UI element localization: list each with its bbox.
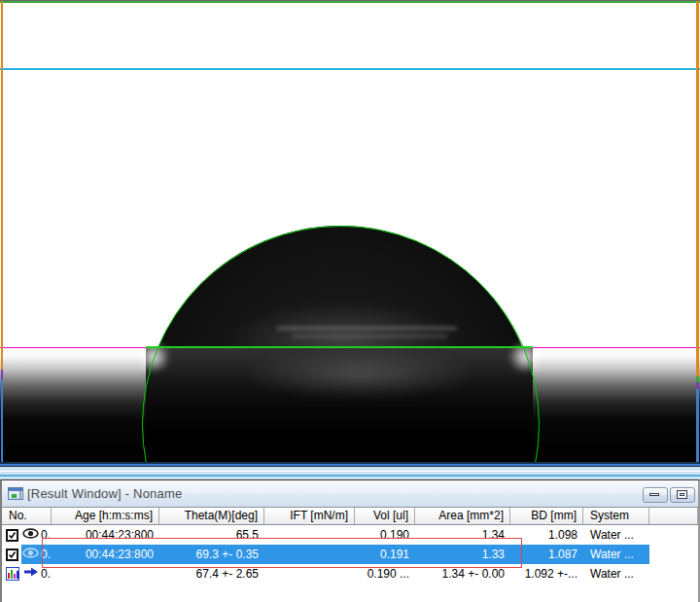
column-header-extra[interactable] xyxy=(649,508,698,524)
column-header-no[interactable]: No. xyxy=(2,508,52,524)
bd-cell: 1.092 +-... xyxy=(510,564,583,584)
window-icon-scrollbar xyxy=(19,491,21,499)
left-border-purple-segment xyxy=(1,370,3,379)
needle-level-line[interactable] xyxy=(0,68,700,70)
result-window-icon xyxy=(8,487,23,500)
maximize-icon xyxy=(677,490,687,499)
row-number: 0... xyxy=(41,525,52,545)
extra-cell xyxy=(649,564,698,584)
theta-cell: 69.3 +- 0.35 xyxy=(159,545,264,564)
window-title: [Result Window] - Noname xyxy=(27,486,182,501)
area-cell: 1.34 xyxy=(415,525,510,545)
statistics-chart-icon[interactable] xyxy=(6,567,19,581)
check-icon xyxy=(8,530,17,541)
view-border-right xyxy=(696,389,699,463)
age-cell: 00:44:23:800 xyxy=(52,545,159,564)
arrow-right-icon xyxy=(23,564,39,584)
eye-icon[interactable] xyxy=(22,545,39,564)
table-row[interactable]: 0... 00:44:23:800 65.5 0.190 1.34 1.098 … xyxy=(2,525,698,545)
row-id-cell: 0... xyxy=(2,545,52,564)
vol-cell: 0.190 xyxy=(355,525,415,545)
age-cell: 00:44:23:800 xyxy=(52,525,159,545)
roi-right-line[interactable] xyxy=(696,1,699,376)
column-header-bd[interactable]: BD [mm] xyxy=(510,508,583,524)
right-border-purple-segment xyxy=(696,382,699,389)
window-icon-content xyxy=(12,494,17,498)
view-border-left xyxy=(1,379,3,463)
ift-cell xyxy=(264,525,355,545)
extra-cell xyxy=(649,545,698,564)
age-cell xyxy=(52,564,159,584)
minimize-button[interactable] xyxy=(643,487,668,503)
ift-cell xyxy=(264,564,355,584)
theta-cell: 67.4 +- 2.65 xyxy=(159,564,264,584)
bd-cell: 1.098 xyxy=(510,525,583,545)
result-window: [Result Window] - Noname No. Age [h:m:s:… xyxy=(0,479,700,602)
strip-accent-line xyxy=(0,475,700,477)
bd-cell: 1.087 xyxy=(510,545,583,564)
eye-icon[interactable] xyxy=(22,525,39,545)
roi-top-line[interactable] xyxy=(0,1,700,3)
result-window-titlebar[interactable]: [Result Window] - Noname xyxy=(2,480,698,507)
column-header-area[interactable]: Area [mm*2] xyxy=(415,508,510,524)
result-table: No. Age [h:m:s:ms] Theta(M)[deg] IFT [mN… xyxy=(2,507,698,584)
row-number: 0... xyxy=(41,545,52,564)
chart-bar xyxy=(8,573,10,579)
roi-left-line[interactable] xyxy=(1,1,3,370)
system-cell: Water ... xyxy=(583,525,649,545)
column-header-system[interactable]: System xyxy=(583,508,649,524)
area-cell: 1.33 xyxy=(415,545,510,564)
app-screen: [Result Window] - Noname No. Age [h:m:s:… xyxy=(0,0,700,602)
chart-bar xyxy=(17,571,18,579)
row-number: 0... xyxy=(41,564,52,584)
column-header-ift[interactable]: IFT [mN/m] xyxy=(264,508,355,524)
column-header-theta[interactable]: Theta(M)[deg] xyxy=(159,508,264,524)
table-row-selected[interactable]: 0... 00:44:23:800 69.3 +- 0.35 0.191 1.3… xyxy=(2,545,698,564)
ift-cell xyxy=(264,545,355,564)
row-id-cell: 0... xyxy=(2,564,52,584)
mdi-background-strip xyxy=(0,467,700,479)
check-icon xyxy=(8,549,17,560)
strip-highlight-line xyxy=(0,471,700,472)
area-cell: 1.34 +- 0.00 xyxy=(415,564,510,584)
system-cell: Water ... xyxy=(583,545,649,564)
table-row-statistics[interactable]: 0... 67.4 +- 2.65 0.190 ... 1.34 +- 0.00… xyxy=(2,564,698,584)
row-checkbox[interactable] xyxy=(6,529,18,542)
chart-bar xyxy=(14,574,16,579)
minimize-icon xyxy=(649,493,659,496)
row-checkbox[interactable] xyxy=(6,549,18,561)
maximize-icon-inner xyxy=(680,493,684,496)
extra-cell xyxy=(649,525,698,545)
theta-cell: 65.5 xyxy=(159,525,264,545)
column-header-age[interactable]: Age [h:m:s:ms] xyxy=(52,508,159,524)
chart-bar xyxy=(11,570,13,579)
camera-image xyxy=(0,0,700,467)
vol-cell: 0.190 ... xyxy=(355,564,415,584)
system-cell: Water ... xyxy=(583,564,649,584)
column-header-vol[interactable]: Vol [ul] xyxy=(355,508,415,524)
vol-cell: 0.191 xyxy=(355,545,415,564)
table-header-row: No. Age [h:m:s:ms] Theta(M)[deg] IFT [mN… xyxy=(2,507,698,525)
row-id-cell: 0... xyxy=(2,525,52,545)
maximize-button[interactable] xyxy=(670,487,695,503)
